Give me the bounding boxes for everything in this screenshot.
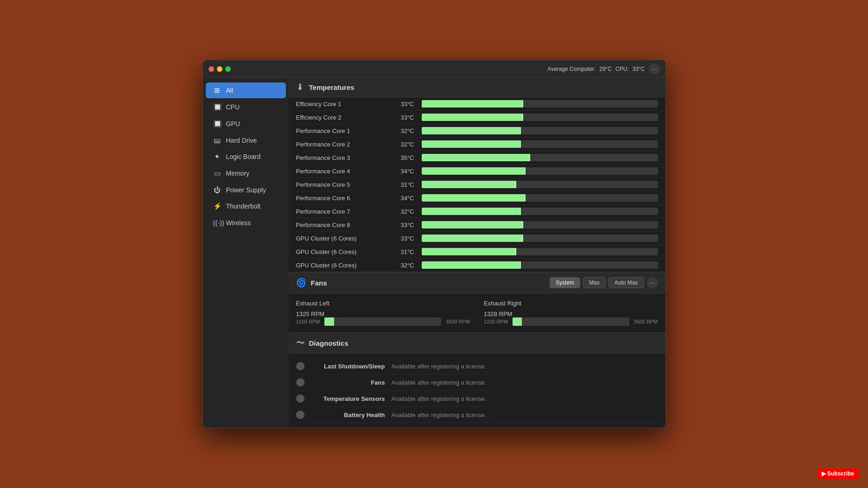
sensor-value: 35°C [389,154,414,161]
sensor-name: Performance Core 7 [296,208,389,215]
sidebar-label-cpu: CPU [226,103,240,111]
sensor-value: 32°C [389,262,414,269]
temperature-table: Efficiency Core 1 33°C Efficiency Core 2… [289,97,665,272]
table-row: GPU Cluster (6 Cores) 32°C [289,259,665,272]
fans-icon: 🌀 [296,278,306,288]
sidebar-item-hard-drive[interactable]: 🖴 Hard Drive [206,133,286,148]
table-row: Performance Core 6 34°C [289,191,665,205]
fan-name: Exhaust Left [296,300,470,307]
sensor-name: Efficiency Core 2 [296,114,389,121]
fan-min-rpm: 1100 RPM [484,319,508,324]
sidebar-item-cpu[interactable]: 🔲 CPU [206,99,286,115]
temp-bar-container [422,140,658,148]
sensor-value: 33°C [389,101,414,108]
content-area[interactable]: 🌡 Temperatures Efficiency Core 1 33°C Ef… [289,78,665,428]
temp-bar [422,234,523,242]
temp-bar [422,248,516,255]
gpu-icon: 🔲 [213,120,222,128]
sensor-value: 33°C [389,235,414,242]
table-row: Performance Core 7 32°C [289,205,665,218]
diagnostics-icon: 〜 [296,337,304,349]
temp-bar [422,154,531,161]
temp-bar-container [422,181,658,188]
fan-max-rpm: 3500 RPM [634,319,658,324]
fan-bar [324,317,334,326]
fans-max-button[interactable]: Max [583,277,606,288]
sensor-name: Performance Core 5 [296,181,389,188]
avg-computer-label: Average Computer: [547,66,596,72]
sensor-name: GPU Cluster (6 Cores) [296,248,389,255]
sensor-name: GPU Cluster (6 Cores) [296,262,389,269]
power-supply-icon: ⏻ [213,186,222,194]
sidebar-item-gpu[interactable]: 🔲 GPU [206,116,286,132]
fans-more-button[interactable]: ··· [647,277,658,288]
youtube-subscribe-badge[interactable]: ▶ Subscribe [817,469,859,479]
sensor-name: Performance Core 4 [296,168,389,175]
sensor-name: Performance Core 2 [296,141,389,148]
fan-exhaust-left: Exhaust Left 1325 RPM 1100 RPM 3500 RPM [296,300,470,326]
cpu-value: 33°C [633,66,645,72]
sidebar-item-memory[interactable]: ▭ Memory [206,165,286,181]
temp-bar [422,100,523,108]
temp-bar-container [422,127,658,134]
diag-name: Fans [311,379,385,386]
diag-name: Battery Health [311,412,385,418]
sidebar-item-logic-board[interactable]: ✦ Logic Board [206,149,286,165]
sidebar-item-power-supply[interactable]: ⏻ Power Supply [206,182,286,197]
temp-bar-container [422,221,658,228]
all-icon: ⊞ [213,86,222,95]
temp-bar [422,127,521,134]
fans-system-button[interactable]: System [550,277,580,288]
diag-indicator [296,378,304,387]
temperatures-title: Temperatures [309,83,355,91]
wireless-icon: ((·)) [213,219,222,227]
fan-name: Exhaust Right [484,300,658,307]
header-more-button[interactable]: ··· [649,63,660,75]
sidebar-label-logic-board: Logic Board [226,153,261,160]
minimize-button[interactable] [217,66,222,72]
diag-indicator [296,411,304,419]
list-item: Fans Available after registering a licen… [296,374,658,391]
temp-bar [422,167,526,175]
sensor-value: 33°C [389,114,414,121]
temp-bar [422,208,521,215]
sidebar-item-thunderbolt[interactable]: ⚡ Thunderbolt [206,198,286,214]
sidebar-item-all[interactable]: ⊞ All [206,82,286,98]
sensor-value: 33°C [389,222,414,228]
sensor-value: 31°C [389,181,414,188]
temp-bar [422,194,526,202]
temp-bar-container [422,248,658,255]
traffic-lights [209,66,231,72]
fans-title-group: 🌀 Fans [296,278,327,288]
temp-bar-container [422,208,658,215]
sidebar-label-thunderbolt: Thunderbolt [226,203,261,210]
sidebar-label-all: All [226,87,234,94]
avg-computer-value: 29°C [599,66,612,72]
table-row: Performance Core 8 33°C [289,218,665,232]
sensor-name: Performance Core 8 [296,222,389,228]
fan-bar-container [513,317,629,326]
temp-bar [422,114,523,121]
diag-indicator [296,362,304,370]
temp-bar [422,140,521,148]
temp-bar [422,181,516,188]
logic-board-icon: ✦ [213,152,222,161]
sensor-value: 34°C [389,168,414,175]
maximize-button[interactable] [225,66,231,72]
diag-name: Temperature Sensors [311,395,385,402]
fan-bar-row: 1100 RPM 3500 RPM [484,317,658,326]
fans-controls: System Max Auto Max ··· [550,277,658,288]
sensor-name: GPU Cluster (6 Cores) [296,235,389,242]
app-window: Average Computer: 29°C CPU: 33°C ··· ⊞ A… [203,60,666,428]
sidebar-item-wireless[interactable]: ((·)) Wireless [206,215,286,230]
header-stats: Average Computer: 29°C CPU: 33°C ··· [547,63,659,75]
diagnostics-section: 〜 Diagnostics Last Shutdown/Sleep Availa… [289,332,665,428]
diag-value: Available after registering a license. [392,412,487,418]
temp-bar-container [422,154,658,161]
sensor-name: Performance Core 3 [296,154,389,161]
diag-value: Available after registering a license. [392,395,487,402]
fans-auto-max-button[interactable]: Auto Max [608,277,644,288]
close-button[interactable] [209,66,214,72]
temp-bar-container [422,114,658,121]
diag-value: Available after registering a license. [392,363,487,370]
